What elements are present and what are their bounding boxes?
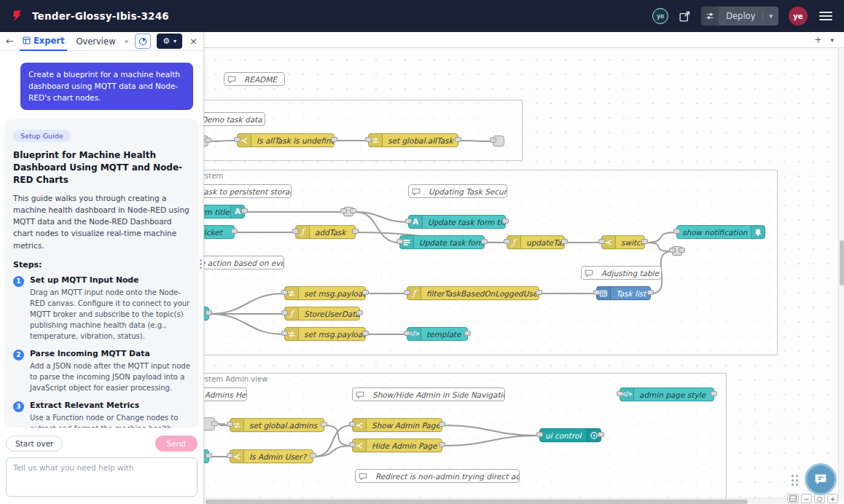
input-port[interactable] bbox=[365, 137, 372, 142]
tab-overview[interactable]: Overview bbox=[73, 32, 118, 51]
node-is-alltask-is-undefined[interactable]: Is allTask is undefined bbox=[237, 133, 335, 147]
input-port[interactable] bbox=[349, 422, 356, 427]
node-junction[interactable] bbox=[343, 207, 353, 216]
output-port[interactable] bbox=[206, 310, 212, 315]
output-port[interactable] bbox=[711, 391, 717, 396]
node-demo-task-data[interactable]: Demo task data bbox=[204, 112, 265, 126]
zoom-out-button[interactable]: − bbox=[801, 494, 812, 503]
settings-dropdown-button[interactable]: ⚙ ▾ bbox=[157, 34, 182, 49]
flow-group[interactable] bbox=[204, 100, 523, 161]
input-port[interactable] bbox=[598, 239, 605, 244]
input-port[interactable] bbox=[536, 432, 543, 437]
node-show-notification[interactable]: show notification bbox=[676, 225, 765, 239]
node-edit-ticket[interactable]: Edit ticket bbox=[204, 225, 235, 239]
node-link[interactable] bbox=[493, 135, 504, 146]
node-set-global-admins[interactable]: set global.admins bbox=[230, 418, 324, 432]
node-hide-admin-page[interactable]: Hide Admin Page bbox=[352, 438, 442, 452]
output-port[interactable] bbox=[362, 331, 369, 336]
node-update-form-title[interactable]: AUpdate form title bbox=[204, 205, 245, 218]
node-filtertaskbasedonloggeduser[interactable]: ƒfilterTaskBasedOnLoggedUser bbox=[407, 286, 539, 300]
input-port[interactable] bbox=[617, 391, 623, 396]
output-port[interactable] bbox=[206, 453, 212, 458]
input-port[interactable] bbox=[227, 453, 233, 458]
node-addtask[interactable]: ƒaddTask bbox=[295, 225, 356, 239]
output-port[interactable] bbox=[464, 331, 471, 336]
input-port[interactable] bbox=[281, 331, 288, 336]
node-set-msg-payload[interactable]: set msg.payload bbox=[284, 327, 366, 341]
panel-resize-handle[interactable] bbox=[200, 259, 202, 269]
input-port[interactable] bbox=[490, 138, 496, 143]
node-switch[interactable]: switch bbox=[601, 235, 645, 249]
output-port[interactable] bbox=[481, 239, 488, 244]
input-port[interactable] bbox=[404, 290, 410, 295]
input-port[interactable] bbox=[404, 331, 410, 336]
minimap-toggle-button[interactable] bbox=[787, 494, 799, 503]
output-port[interactable] bbox=[350, 208, 356, 213]
node-show-hide-admin-in-side-navigation[interactable]: Show/Hide Admin in Side Navigation bbox=[352, 387, 505, 401]
output-port[interactable] bbox=[241, 208, 248, 213]
horizontal-scrollbar[interactable] bbox=[204, 498, 787, 504]
zoom-in-button[interactable]: + bbox=[827, 494, 838, 503]
close-icon[interactable]: × bbox=[189, 36, 198, 47]
node-admin-page-style[interactable]: </>admin page style bbox=[620, 387, 714, 401]
open-in-editor-icon[interactable] bbox=[679, 10, 691, 23]
horizontal-scroll-thumb[interactable] bbox=[206, 500, 748, 504]
input-port[interactable] bbox=[669, 248, 676, 253]
node-add-admins-here[interactable]: Add Admins Here bbox=[204, 387, 247, 401]
vertical-scroll-thumb[interactable] bbox=[840, 240, 844, 286]
send-button[interactable]: Send bbox=[155, 436, 198, 452]
chart-view-button[interactable] bbox=[135, 34, 152, 49]
input-port[interactable] bbox=[504, 239, 510, 244]
output-port[interactable] bbox=[536, 290, 542, 295]
node-tasks[interactable]: tasks bbox=[204, 449, 209, 463]
output-port[interactable] bbox=[211, 421, 218, 426]
node-is-admin-user[interactable]: Is Admin User? bbox=[230, 449, 313, 463]
node-take-action-based-on-event[interactable]: Take action based on event bbox=[204, 256, 284, 269]
more-tabs-icon[interactable]: » bbox=[125, 37, 129, 45]
output-port[interactable] bbox=[356, 310, 363, 315]
output-port[interactable] bbox=[439, 442, 445, 447]
node-ui-control[interactable]: ui control bbox=[539, 428, 601, 442]
node-template[interactable]: </>template bbox=[407, 327, 468, 341]
node-junction[interactable] bbox=[672, 246, 682, 256]
menu-icon[interactable] bbox=[818, 10, 834, 22]
output-port[interactable] bbox=[439, 422, 445, 427]
add-flow-button[interactable]: + bbox=[814, 35, 821, 45]
input-port[interactable] bbox=[227, 422, 233, 427]
back-arrow-icon[interactable]: ← bbox=[6, 36, 14, 47]
node-redirect-is-non-admin-trying-direct-access[interactable]: Redirect is non-admin trying direct acce… bbox=[355, 469, 520, 483]
input-port[interactable] bbox=[396, 239, 403, 244]
output-port[interactable] bbox=[231, 229, 238, 234]
node-readme[interactable]: README bbox=[224, 72, 285, 86]
output-port[interactable] bbox=[331, 137, 337, 142]
node-show-admin-page[interactable]: Show Admin Page bbox=[352, 418, 442, 432]
input-port[interactable] bbox=[281, 310, 288, 315]
input-port[interactable] bbox=[593, 290, 600, 295]
node-storeuserdata[interactable]: ƒStoreUserData bbox=[284, 307, 360, 320]
input-port[interactable] bbox=[349, 442, 356, 447]
deploy-caret-icon[interactable]: ▾ bbox=[763, 12, 778, 20]
input-port[interactable] bbox=[234, 137, 241, 142]
output-port[interactable] bbox=[205, 138, 211, 143]
assistant-input[interactable] bbox=[6, 457, 198, 497]
node-tasks[interactable]: tasks bbox=[204, 307, 209, 320]
flowfuse-logo-icon[interactable] bbox=[10, 9, 25, 23]
start-over-button[interactable]: Start over bbox=[6, 436, 63, 452]
assistant-chat-button[interactable] bbox=[805, 463, 837, 495]
node-link[interactable] bbox=[204, 135, 208, 146]
flow-list-caret-icon[interactable]: ▾ bbox=[830, 36, 834, 44]
output-port[interactable] bbox=[455, 137, 461, 142]
deploy-button[interactable]: Deploy ▾ bbox=[701, 7, 778, 25]
output-port[interactable] bbox=[561, 239, 568, 244]
output-port[interactable] bbox=[321, 422, 327, 427]
input-port[interactable] bbox=[292, 229, 299, 234]
team-avatar[interactable]: ye bbox=[652, 8, 668, 24]
node-update-task-form-title[interactable]: AUpdate task form title bbox=[408, 215, 506, 229]
output-port[interactable] bbox=[647, 290, 654, 295]
node-task-list[interactable]: Task list bbox=[596, 286, 651, 300]
output-port[interactable] bbox=[352, 229, 359, 234]
flow-canvas[interactable]: − ○ + Tasks systemTasks system Admin vie… bbox=[204, 48, 844, 504]
input-port[interactable] bbox=[405, 218, 412, 224]
output-port[interactable] bbox=[362, 290, 369, 295]
input-port[interactable] bbox=[673, 229, 680, 234]
